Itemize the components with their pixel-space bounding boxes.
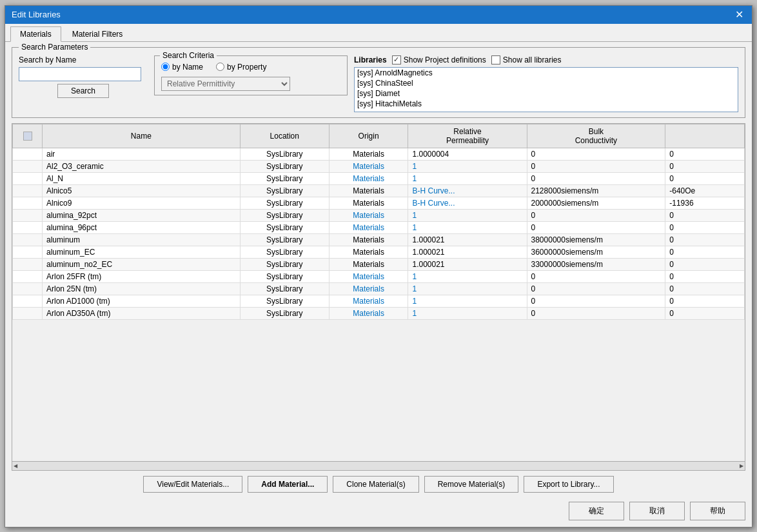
- add-material-button[interactable]: Add Material...: [248, 476, 328, 493]
- search-criteria-legend: Search Criteria: [160, 51, 217, 60]
- list-item[interactable]: [sys] HitachiMetals: [355, 99, 738, 109]
- view-edit-button[interactable]: View/Edit Materials...: [143, 476, 242, 493]
- table-row[interactable]: Arlon AD350A (tm)SysLibraryMaterials100: [13, 307, 745, 319]
- title-bar: Edit Libraries ✕: [5, 6, 752, 24]
- origin-link[interactable]: Materials: [353, 223, 384, 232]
- perm-link[interactable]: 1: [412, 272, 417, 281]
- help-button[interactable]: 帮助: [690, 502, 745, 520]
- row-index: [13, 270, 43, 282]
- perm-link[interactable]: 1: [412, 162, 417, 171]
- cell-location: SysLibrary: [240, 197, 329, 209]
- perm-link[interactable]: 1: [412, 309, 417, 318]
- tabs-bar: Materials Material Filters: [5, 24, 752, 42]
- show-all-checkbox[interactable]: [491, 55, 500, 64]
- cell-bulk-cond: 0: [527, 307, 665, 319]
- row-index: [13, 160, 43, 172]
- table-row[interactable]: aluminum_no2_ECSysLibraryMaterials1.0000…: [13, 258, 745, 270]
- row-index: [13, 197, 43, 209]
- row-index: [13, 282, 43, 295]
- show-all-label[interactable]: Show all libraries: [491, 55, 562, 64]
- cell-bulk-cond: 2128000siemens/m: [527, 184, 665, 197]
- list-item[interactable]: [sys] ArnoldMagnetics: [355, 68, 738, 78]
- criteria-dropdown[interactable]: Relative Permittivity: [161, 77, 290, 91]
- table-row[interactable]: Arlon 25N (tm)SysLibraryMaterials100: [13, 282, 745, 295]
- tab-material-filters[interactable]: Material Filters: [63, 26, 133, 41]
- col-origin-header[interactable]: Origin: [329, 124, 408, 148]
- cell-bulk-cond: 0: [527, 172, 665, 184]
- cell-rel-perm: B-H Curve...: [408, 197, 527, 209]
- origin-link[interactable]: Materials: [353, 297, 384, 306]
- materials-table: Name Location Origin Relative Permeabili…: [12, 124, 745, 320]
- table-row[interactable]: Alnico9SysLibraryMaterialsB-H Curve...20…: [13, 197, 745, 209]
- dialog-title: Edit Libraries: [12, 10, 61, 19]
- cell-name: air: [43, 148, 241, 160]
- bh-curve-link[interactable]: B-H Curve...: [412, 186, 455, 195]
- table-row[interactable]: Al_NSysLibraryMaterials100: [13, 172, 745, 184]
- cell-rel-perm: 1: [408, 209, 527, 221]
- row-index: [13, 209, 43, 221]
- table-row[interactable]: Alnico5SysLibraryMaterialsB-H Curve...21…: [13, 184, 745, 197]
- col-relperm-header[interactable]: Relative Permeability: [408, 124, 527, 148]
- cell-extra: 0: [665, 160, 745, 172]
- clone-button[interactable]: Clone Material(s): [333, 476, 418, 493]
- perm-link[interactable]: 1: [412, 211, 417, 220]
- cell-name: alumina_96pct: [43, 221, 241, 233]
- row-index: [13, 184, 43, 197]
- col-name-header[interactable]: Name: [43, 124, 241, 148]
- col-bulkcond-header[interactable]: Bulk Conductivity: [527, 124, 665, 148]
- cell-extra: -11936: [665, 197, 745, 209]
- cell-origin: Materials: [329, 246, 408, 258]
- by-property-radio-label[interactable]: by Property: [216, 63, 266, 72]
- table-row[interactable]: alumina_96pctSysLibraryMaterials100: [13, 221, 745, 233]
- ok-button[interactable]: 确定: [569, 502, 624, 520]
- table-row[interactable]: alumina_92pctSysLibraryMaterials100: [13, 209, 745, 221]
- table-row[interactable]: aluminumSysLibraryMaterials1.00002138000…: [13, 233, 745, 246]
- table-row[interactable]: aluminum_ECSysLibraryMaterials1.00002136…: [13, 246, 745, 258]
- search-input[interactable]: [19, 67, 141, 81]
- cell-origin: Materials: [329, 295, 408, 307]
- table-wrapper[interactable]: Name Location Origin Relative Permeabili…: [12, 124, 745, 461]
- origin-link[interactable]: Materials: [353, 272, 384, 281]
- show-project-checkbox[interactable]: [392, 55, 401, 64]
- col-sort-header[interactable]: [13, 124, 43, 148]
- col-location-header[interactable]: Location: [240, 124, 329, 148]
- list-item[interactable]: [sys] ChinaSteel: [355, 78, 738, 88]
- cell-name: alumina_92pct: [43, 209, 241, 221]
- origin-link[interactable]: Materials: [353, 211, 384, 220]
- horizontal-scrollbar[interactable]: ◀ ▶: [12, 461, 745, 470]
- tab-materials[interactable]: Materials: [10, 26, 61, 42]
- origin-link[interactable]: Materials: [353, 284, 384, 293]
- scroll-right-arrow[interactable]: ▶: [740, 463, 743, 469]
- search-button[interactable]: Search: [57, 84, 109, 98]
- export-button[interactable]: Export to Library...: [524, 476, 613, 493]
- perm-link[interactable]: 1: [412, 174, 417, 183]
- cell-bulk-cond: 36000000siemens/m: [527, 246, 665, 258]
- by-name-radio-label[interactable]: by Name: [161, 63, 203, 72]
- remove-button[interactable]: Remove Material(s): [424, 476, 519, 493]
- list-item[interactable]: [sys] Diamet: [355, 88, 738, 99]
- cell-location: SysLibrary: [240, 233, 329, 246]
- cancel-button[interactable]: 取消: [629, 502, 685, 520]
- table-row[interactable]: Arlon 25FR (tm)SysLibraryMaterials100: [13, 270, 745, 282]
- perm-link[interactable]: 1: [412, 297, 417, 306]
- cell-bulk-cond: 0: [527, 160, 665, 172]
- close-button[interactable]: ✕: [732, 8, 745, 21]
- by-name-radio[interactable]: [161, 63, 170, 71]
- origin-link[interactable]: Materials: [353, 174, 384, 183]
- origin-link[interactable]: Materials: [353, 309, 384, 318]
- row-index: [13, 307, 43, 319]
- cell-bulk-cond: 0: [527, 221, 665, 233]
- table-row[interactable]: Al2_O3_ceramicSysLibraryMaterials100: [13, 160, 745, 172]
- perm-link[interactable]: 1: [412, 284, 417, 293]
- table-row[interactable]: Arlon AD1000 (tm)SysLibraryMaterials100: [13, 295, 745, 307]
- libraries-label: Libraries: [354, 55, 387, 64]
- by-property-radio[interactable]: [216, 63, 224, 71]
- cell-location: SysLibrary: [240, 307, 329, 319]
- cell-location: SysLibrary: [240, 221, 329, 233]
- bh-curve-link[interactable]: B-H Curve...: [412, 199, 455, 208]
- table-row[interactable]: airSysLibraryMaterials1.000000400: [13, 148, 745, 160]
- perm-link[interactable]: 1: [412, 223, 417, 232]
- show-project-label[interactable]: Show Project definitions: [392, 55, 486, 64]
- origin-link[interactable]: Materials: [353, 162, 384, 171]
- scroll-left-arrow[interactable]: ◀: [14, 463, 17, 469]
